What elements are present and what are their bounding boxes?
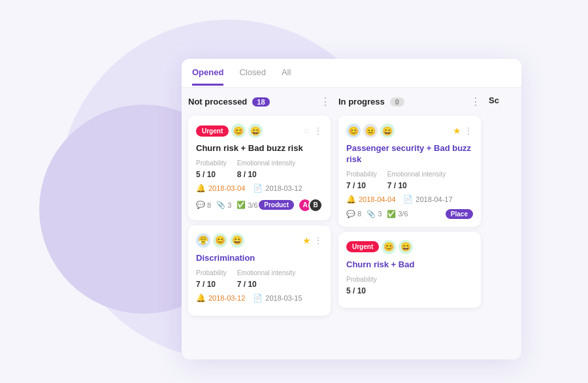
attach-stat-3: 📎 3	[367, 210, 382, 218]
comments-stat-1: 💬 8	[196, 201, 211, 209]
avatars-1: A B	[298, 198, 323, 212]
tag-3: Place	[446, 209, 473, 219]
star-icon-3[interactable]: ★	[453, 125, 461, 136]
emoji-4a: 😊	[382, 240, 396, 254]
tag-1: Product	[259, 200, 294, 210]
more-icon-2[interactable]: ⋮	[314, 235, 323, 246]
card-title-1: Churn risk + Bad buzz risk	[196, 143, 323, 154]
card-title-2: Discrimination	[196, 253, 323, 264]
main-card: Opened Closed All Not processed 18 ⋮ Urg…	[182, 59, 521, 359]
column-header-not-processed: Not processed 18 ⋮	[188, 95, 331, 108]
tasks-stat-1: ✅ 3/6	[237, 201, 257, 209]
tab-opened[interactable]: Opened	[192, 61, 223, 86]
date2-1: 📄 2018-03-12	[253, 184, 302, 193]
tab-all[interactable]: All	[282, 61, 291, 86]
calendar-icon-3: 📄	[403, 195, 413, 204]
prob-value-3: 7 / 10	[346, 181, 366, 190]
date2-value-2: 2018-03-15	[265, 294, 302, 302]
card-churn-risk-2: Urgent 😊 😄 Churn risk + Bad Probability …	[338, 232, 481, 308]
prob-label-1: Probability	[196, 159, 227, 167]
column-menu-in-progress[interactable]: ⋮	[470, 95, 481, 108]
calendar-icon-2: 📄	[253, 293, 263, 303]
emoji-2b: 😊	[213, 233, 227, 248]
card-passenger: 😊 😐 😄 ★ ⋮ Passenger security + Bad buzz …	[338, 116, 481, 227]
column-scheduled-partial: Sc	[489, 95, 515, 352]
avatar-1b: B	[308, 198, 323, 212]
comment-icon-3: 💬	[346, 210, 355, 218]
prob-label-3: Probability	[346, 171, 377, 178]
card-discrimination: 😤 😊 😄 ★ ⋮ Discrimination Probability 7 /…	[188, 225, 331, 316]
date1-2: 🔔 2018-03-12	[196, 293, 245, 303]
kanban-area: Not processed 18 ⋮ Urgent 😊 😄 ☆ ⋮	[182, 88, 521, 359]
tasks-stat-3: ✅ 3/6	[387, 210, 408, 218]
attach-stat-1: 📎 3	[216, 201, 231, 209]
column-count-not-processed: 18	[252, 97, 269, 107]
intensity-value-1: 8 / 10	[237, 170, 257, 179]
date2-2: 📄 2018-03-15	[253, 293, 302, 303]
comments-stat-3: 💬 8	[346, 210, 361, 218]
emoji-3c: 😄	[380, 124, 395, 138]
date1-value-3: 2018-04-04	[359, 195, 395, 203]
intensity-label-1: Emotionnal intensity	[237, 159, 296, 167]
prob-value-4: 5 / 10	[346, 286, 366, 295]
emoji-3a: 😊	[346, 124, 361, 138]
date1-3: 🔔 2018-04-04	[346, 195, 395, 204]
intensity-label-2: Emotionnal intensity	[237, 269, 296, 276]
comment-icon-1: 💬	[196, 201, 205, 209]
card-title-4: Churn risk + Bad	[346, 259, 473, 271]
card-title-3: Passenger security + Bad buzz risk	[346, 143, 473, 165]
more-icon-3[interactable]: ⋮	[464, 125, 473, 136]
intensity-label-3: Emotionnal intensity	[387, 171, 446, 178]
badge-urgent-1: Urgent	[196, 125, 229, 137]
card-churn-risk: Urgent 😊 😄 ☆ ⋮ Churn risk + Bad buzz ris…	[188, 116, 331, 220]
date2-value-1: 2018-03-12	[265, 184, 302, 192]
date1-value-2: 2018-03-12	[208, 294, 245, 302]
prob-label-4: Probability	[346, 276, 377, 283]
prob-label-2: Probability	[196, 269, 227, 276]
badge-urgent-4: Urgent	[346, 241, 379, 252]
date1-value-1: 2018-03-04	[208, 184, 245, 192]
attach-icon-3: 📎	[367, 210, 376, 218]
date2-3: 📄 2018-04-17	[403, 195, 452, 204]
emoji-2a: 😤	[196, 233, 210, 248]
date2-value-3: 2018-04-17	[416, 195, 452, 203]
date1-1: 🔔 2018-03-04	[196, 184, 245, 193]
column-menu-not-processed[interactable]: ⋮	[320, 95, 331, 108]
prob-value-1: 5 / 10	[196, 170, 216, 179]
intensity-value-2: 7 / 10	[237, 280, 257, 289]
tabs-bar: Opened Closed All	[182, 59, 521, 88]
tasks-icon-3: ✅	[387, 210, 396, 218]
star-icon-2[interactable]: ★	[302, 235, 311, 246]
clock-icon-3: 🔔	[346, 195, 356, 204]
emoji-3b: 😐	[363, 124, 378, 138]
column-title-in-progress: In progress	[338, 97, 385, 107]
tab-closed[interactable]: Closed	[239, 61, 265, 86]
column-not-processed: Not processed 18 ⋮ Urgent 😊 😄 ☆ ⋮	[188, 95, 331, 352]
star-icon-1[interactable]: ☆	[302, 125, 311, 136]
column-header-in-progress: In progress 0 ⋮	[338, 95, 481, 108]
more-icon-1[interactable]: ⋮	[314, 125, 323, 136]
intensity-value-3: 7 / 10	[387, 181, 407, 190]
emoji-1b: 😄	[248, 124, 263, 138]
clock-icon-1: 🔔	[196, 184, 206, 193]
emoji-2c: 😄	[230, 233, 244, 248]
column-count-in-progress: 0	[390, 97, 404, 107]
emoji-1a: 😊	[231, 124, 246, 138]
emoji-4b: 😄	[399, 240, 413, 254]
attach-icon-1: 📎	[216, 201, 225, 209]
tasks-icon-1: ✅	[237, 201, 246, 209]
column-title-not-processed: Not processed	[188, 97, 247, 107]
column-in-progress: In progress 0 ⋮ 😊 😐 😄 ★ ⋮	[338, 95, 481, 352]
clock-icon-2: 🔔	[196, 293, 206, 303]
column-title-scheduled: Sc	[489, 95, 499, 105]
calendar-icon-1: 📄	[253, 184, 263, 193]
prob-value-2: 7 / 10	[196, 280, 216, 289]
